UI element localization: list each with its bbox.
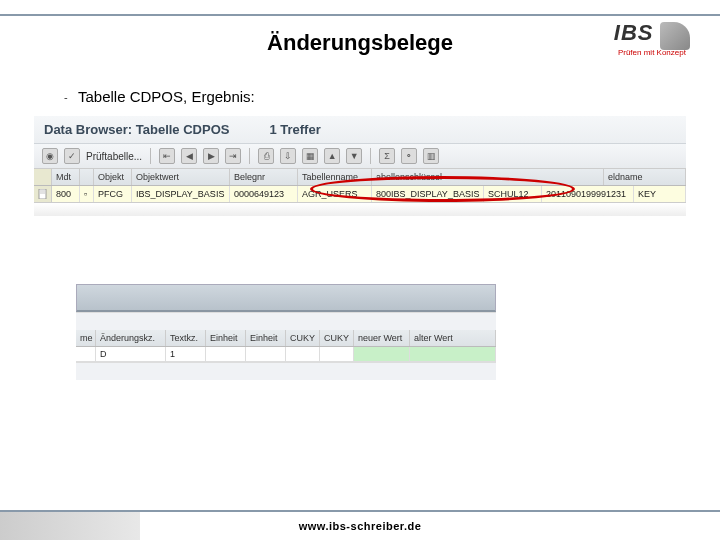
sap-hit-count: 1 Treffer (269, 122, 320, 137)
cell-objekt: PFCG (94, 186, 132, 202)
col-cuky2: CUKY (320, 330, 354, 346)
col-oldval: alter Wert (410, 330, 496, 346)
check-icon[interactable]: ✓ (64, 148, 80, 164)
cell-tabkey: 800IBS_DISPLAY_BASIS (372, 186, 484, 202)
cell-unit1 (206, 347, 246, 361)
col-newval: neuer Wert (354, 330, 410, 346)
footer-url: www.ibs-schreiber.de (0, 520, 720, 532)
cell-belegnr: 0000649123 (230, 186, 298, 202)
check-table-label: Prüftabelle... (86, 151, 142, 162)
sap-table-row-2[interactable]: D 1 (76, 347, 496, 362)
document-icon[interactable] (34, 186, 52, 202)
col-objektwert: Objektwert (132, 169, 230, 185)
cell-newval (354, 347, 410, 361)
nav-next-icon[interactable]: ▶ (203, 148, 219, 164)
col-icon (80, 169, 94, 185)
sap-title-bar: Data Browser: Tabelle CDPOS 1 Treffer (34, 116, 686, 144)
sap-screenshot-top: Data Browser: Tabelle CDPOS 1 Treffer ◉ … (34, 116, 686, 216)
col-fieldname: eldname (604, 169, 686, 185)
cell-chg: D (96, 347, 166, 361)
col-chg: Änderungskz. (96, 330, 166, 346)
col-unit2: Einheit (246, 330, 286, 346)
sap-browser-title: Data Browser: Tabelle CDPOS (44, 122, 229, 137)
sort-asc-icon[interactable]: ▲ (324, 148, 340, 164)
cell-me (76, 347, 96, 361)
slide-title: Änderungsbelege (0, 30, 720, 56)
glasses-icon[interactable]: ◉ (42, 148, 58, 164)
cell-oldval (410, 347, 496, 361)
print-icon[interactable]: ⎙ (258, 148, 274, 164)
col-unit1: Einheit (206, 330, 246, 346)
nav-last-icon[interactable]: ⇥ (225, 148, 241, 164)
cell-mdt: 800 (52, 186, 80, 202)
cell-objektwert: IBS_DISPLAY_BASIS (132, 186, 230, 202)
col-tabname: Tabellenname (298, 169, 372, 185)
col-mdt: Mdt (52, 169, 80, 185)
sap-table-header-2: me Änderungskz. Textkz. Einheit Einheit … (76, 330, 496, 347)
cell-tabname: AGR_USERS (298, 186, 372, 202)
cell-exp-icon[interactable]: ▫ (80, 186, 94, 202)
layout-icon[interactable]: ▥ (423, 148, 439, 164)
table-icon[interactable]: ▦ (302, 148, 318, 164)
nav-first-icon[interactable]: ⇤ (159, 148, 175, 164)
export-icon[interactable]: ⇩ (280, 148, 296, 164)
col-objekt: Objekt (94, 169, 132, 185)
cell-stamp: 2011090199991231 (542, 186, 634, 202)
filter-icon[interactable]: ⚬ (401, 148, 417, 164)
cell-txt: 1 (166, 347, 206, 361)
slide-subtitle: Tabelle CDPOS, Ergebnis: (78, 88, 255, 105)
col-cuky1: CUKY (286, 330, 320, 346)
sap-titlebar-2 (76, 284, 496, 312)
sap-screenshot-bottom: me Änderungskz. Textkz. Einheit Einheit … (76, 284, 496, 380)
svg-rect-0 (39, 189, 46, 199)
bullet-dash: - (64, 91, 68, 103)
spacer-row-bottom (76, 362, 496, 380)
sum-icon[interactable]: Σ (379, 148, 395, 164)
cell-cuky2 (320, 347, 354, 361)
spacer-row (76, 312, 496, 330)
col-txt: Textkz. (166, 330, 206, 346)
toolbar-separator (249, 148, 250, 164)
sap-table-row-1[interactable]: 800 ▫ PFCG IBS_DISPLAY_BASIS 0000649123 … (34, 186, 686, 202)
col-belegnr: Belegnr (230, 169, 298, 185)
row-selector-header (34, 169, 52, 185)
col-tabkey: abellenschlüssel (372, 169, 604, 185)
sort-desc-icon[interactable]: ▼ (346, 148, 362, 164)
header-divider (0, 14, 720, 16)
toolbar-separator (370, 148, 371, 164)
cell-cuky1 (286, 347, 320, 361)
cell-user: SCHUL12 (484, 186, 542, 202)
scrollbar-horizontal[interactable] (34, 202, 686, 216)
cell-unit2 (246, 347, 286, 361)
col-me: me (76, 330, 96, 346)
nav-prev-icon[interactable]: ◀ (181, 148, 197, 164)
toolbar-separator (150, 148, 151, 164)
sap-toolbar: ◉ ✓ Prüftabelle... ⇤ ◀ ▶ ⇥ ⎙ ⇩ ▦ ▲ ▼ Σ ⚬… (34, 144, 686, 169)
sap-table-header-1: Mdt Objekt Objektwert Belegnr Tabellenna… (34, 169, 686, 186)
cell-x: KEY (634, 186, 686, 202)
